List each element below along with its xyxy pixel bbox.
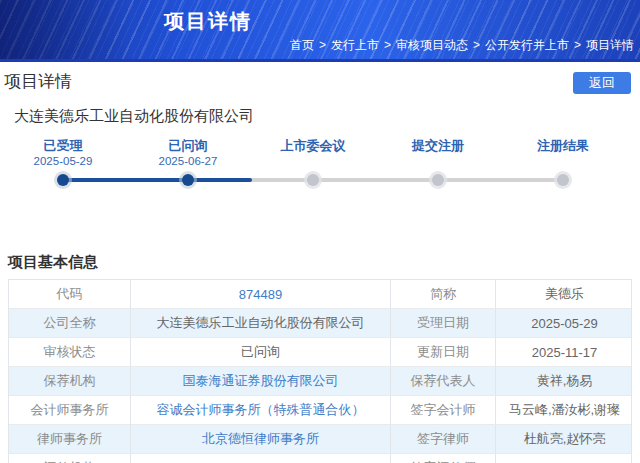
info-label: 评估机构: [9, 454, 131, 463]
timeline-step-dot: [57, 174, 69, 186]
timeline-step-label: 注册结果: [500, 138, 626, 154]
timeline-step-dot: [307, 174, 319, 186]
timeline: 已受理2025-05-29已问询2025-06-27上市委会议提交注册注册结果: [0, 138, 640, 216]
info-label: 公司全称: [9, 309, 131, 337]
info-label: 简称: [391, 280, 496, 308]
breadcrumb-separator: >: [473, 38, 480, 52]
timeline-step: 已受理2025-05-29: [0, 138, 126, 168]
info-label: 签字律师: [391, 425, 496, 453]
table-row: 代码874489简称美德乐: [9, 280, 631, 309]
timeline-step: 提交注册: [375, 138, 501, 168]
info-value: 已问询: [131, 338, 391, 366]
info-label: 签字评估师: [391, 454, 496, 463]
breadcrumb-separator: >: [384, 38, 391, 52]
breadcrumb-separator: >: [574, 38, 581, 52]
info-label: 签字会计师: [391, 396, 496, 424]
timeline-step: 注册结果: [500, 138, 626, 168]
timeline-step-label: 已受理: [0, 138, 126, 154]
back-button[interactable]: 返回: [573, 72, 631, 94]
info-label: 代码: [9, 280, 131, 308]
timeline-step: 已问询2025-06-27: [125, 138, 251, 168]
info-value-link[interactable]: 北京德恒律师事务所: [131, 425, 391, 453]
breadcrumb-item[interactable]: 审核项目动态: [396, 38, 468, 52]
timeline-step: 上市委会议: [250, 138, 376, 168]
timeline-step-label: 已问询: [125, 138, 251, 154]
info-value: 美德乐: [496, 280, 633, 308]
table-row: 审核状态已问询更新日期2025-11-17: [9, 338, 631, 367]
info-label: 保荐机构: [9, 367, 131, 395]
info-value-link[interactable]: 容诚会计师事务所（特殊普通合伙）: [131, 396, 391, 424]
timeline-step-label: 上市委会议: [250, 138, 376, 154]
info-value: [496, 454, 633, 463]
info-value: [131, 454, 391, 463]
timeline-step-date: 2025-05-29: [0, 154, 126, 168]
timeline-track-active: [63, 178, 252, 182]
info-label: 受理日期: [391, 309, 496, 337]
timeline-step-dot: [557, 174, 569, 186]
info-label: 会计师事务所: [9, 396, 131, 424]
info-value: 杜航亮,赵怀亮: [496, 425, 633, 453]
info-value: 黄祥,杨易: [496, 367, 633, 395]
info-label: 更新日期: [391, 338, 496, 366]
table-row: 律师事务所北京德恒律师事务所签字律师杜航亮,赵怀亮: [9, 425, 631, 454]
info-label: 保荐代表人: [391, 367, 496, 395]
info-value: 2025-11-17: [496, 338, 633, 366]
timeline-step-dot: [432, 174, 444, 186]
info-value: 马云峰,潘汝彬,谢璨: [496, 396, 633, 424]
breadcrumb-item[interactable]: 首页: [290, 38, 314, 52]
info-label: 律师事务所: [9, 425, 131, 453]
company-name: 大连美德乐工业自动化股份有限公司: [14, 107, 640, 126]
timeline-step-date: 2025-06-27: [125, 154, 251, 168]
page-banner: 项目详情 首页>发行上市>审核项目动态>公开发行并上市>项目详情: [0, 0, 640, 62]
page-header: 项目详情 返回: [0, 70, 640, 96]
breadcrumb-item[interactable]: 项目详情: [586, 38, 634, 52]
table-row: 公司全称大连美德乐工业自动化股份有限公司受理日期2025-05-29: [9, 309, 631, 338]
table-row: 评估机构签字评估师: [9, 454, 631, 463]
timeline-step-dot: [182, 174, 194, 186]
timeline-step-label: 提交注册: [375, 138, 501, 154]
info-label: 审核状态: [9, 338, 131, 366]
basic-info-table: 代码874489简称美德乐公司全称大连美德乐工业自动化股份有限公司受理日期202…: [8, 279, 632, 463]
info-value: 大连美德乐工业自动化股份有限公司: [131, 309, 391, 337]
breadcrumb: 首页>发行上市>审核项目动态>公开发行并上市>项目详情: [290, 37, 634, 54]
timeline-step-date: [375, 154, 501, 168]
breadcrumb-item[interactable]: 发行上市: [331, 38, 379, 52]
timeline-step-date: [250, 154, 376, 168]
table-row: 会计师事务所容诚会计师事务所（特殊普通合伙）签字会计师马云峰,潘汝彬,谢璨: [9, 396, 631, 425]
breadcrumb-separator: >: [319, 38, 326, 52]
timeline-step-date: [500, 154, 626, 168]
info-value: 2025-05-29: [496, 309, 633, 337]
page-title: 项目详情: [4, 70, 72, 93]
table-row: 保荐机构国泰海通证券股份有限公司保荐代表人黄祥,杨易: [9, 367, 631, 396]
info-value-link[interactable]: 874489: [131, 280, 391, 308]
info-value-link[interactable]: 国泰海通证券股份有限公司: [131, 367, 391, 395]
banner-title: 项目详情: [164, 8, 252, 35]
breadcrumb-item[interactable]: 公开发行并上市: [485, 38, 569, 52]
section-title: 项目基本信息: [8, 254, 640, 270]
